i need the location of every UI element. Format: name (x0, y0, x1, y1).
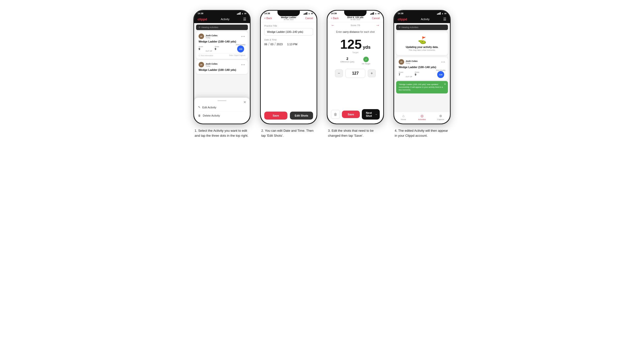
phone-2-column: 14:38 ▲ 38 < Back (259, 10, 318, 138)
prev-shot-arrow[interactable]: ← (331, 23, 335, 28)
notch-2 (278, 11, 300, 16)
bottom-sheet: ✕ ✎ Edit Activity 🗑 Delete Activity (194, 98, 250, 124)
edit-activity-item[interactable]: ✎ Edit Activity (198, 103, 246, 112)
delete-activity-item[interactable]: 🗑 Delete Activity (198, 112, 246, 120)
shot-quality-badge-1: 130 (237, 45, 244, 52)
user-name-1: Josh Coles (206, 34, 218, 37)
activity-card-1[interactable]: JC Josh Coles Today ••• Wedge Ladder (10… (196, 31, 248, 59)
signal-icon-3 (370, 12, 374, 15)
user-info-4: JC Josh Coles Today (399, 59, 418, 65)
nav-subtitle-2: 06 Mar 2023 (281, 19, 296, 20)
card-title-1: Wedge Ladder (100–140 yds) (198, 40, 245, 43)
activity-card-2[interactable]: JC Josh Coles Today ••• Wedge Ladder (10… (196, 60, 248, 74)
card-title-2: Wedge Ladder (100–140 yds) (198, 68, 245, 71)
save-button-2[interactable]: Save (264, 112, 288, 120)
shot-value-input-3[interactable]: 127 (346, 69, 365, 78)
difference-metric: 2 Difference (yds) (340, 57, 354, 65)
trash-icon: 🗑 (198, 114, 201, 117)
updating-subtitle-4: This may take a few moments. (399, 49, 446, 51)
out-of-1: OUT OF (206, 50, 212, 52)
card-footer-1: ⓘ Test Information Data: Clippd Capture (198, 53, 245, 57)
delete-shot-button-3[interactable]: 🗑 (331, 110, 340, 119)
time-2-field[interactable]: 1:13 PM (287, 43, 297, 46)
viewing-bar-4: ⟳ Viewing Activities (396, 25, 448, 30)
score-stat-1: Score 9 (198, 46, 203, 50)
three-dots-2[interactable]: ••• (241, 63, 245, 66)
three-dots-4[interactable]: ••• (441, 61, 446, 63)
year-2[interactable]: 2023 (276, 43, 282, 46)
time-3: 14:39 (331, 12, 337, 15)
header-title-1: Activity (221, 18, 230, 21)
caption-3: 3. Edit the shots that need to be change… (328, 128, 383, 138)
avatar-4: JC (399, 59, 404, 65)
month-2[interactable]: 03 (270, 43, 274, 46)
distance-unit-3: yds (363, 45, 370, 50)
menu-icon-1[interactable]: ☰ (243, 17, 246, 21)
nav-home-4[interactable]: ⌂ Home (394, 114, 413, 121)
caption-1: 1. Select the Activity you want to edit … (194, 128, 249, 138)
three-dots-1[interactable]: ••• (241, 35, 245, 38)
success-toast-4: "Wedge Ladder (100–140 yds)" was updated… (396, 81, 448, 93)
practice-input-2[interactable] (264, 28, 313, 35)
sheet-close-button[interactable]: ✕ (243, 100, 246, 104)
home-label-4: Home (401, 118, 406, 121)
wifi-icon-2: ▲ (308, 12, 310, 15)
wifi-icon-1: ▲ (242, 12, 243, 15)
p2-nav: < Back Wedge Ladder 06 Mar 2023 Cancel (261, 15, 316, 22)
p4-bottom-nav: ⌂ Home ◎ Activities ⊕ Capture (394, 112, 450, 124)
card-header-4: JC Josh Coles Today ••• (399, 59, 446, 65)
cancel-button-2[interactable]: Cancel (305, 17, 313, 20)
logo-4: clippd (398, 17, 407, 21)
nav-activities-4[interactable]: ◎ Activities (413, 114, 432, 121)
nav-capture-4[interactable]: ⊕ Capture (431, 114, 450, 121)
edit-icon: ✎ (198, 106, 200, 109)
next-shot-arrow-top[interactable]: → (376, 23, 380, 28)
shots-stat-1: Shots 9 (215, 46, 219, 50)
phone-1-column: 14:38 ▲ 38 clippd Act (192, 10, 252, 138)
edit-shots-button-2[interactable]: Edit Shots (290, 112, 313, 120)
toast-text-4: "Wedge Ladder (100–140 yds)" was updated… (399, 83, 443, 91)
date-label-2: Date & Time (264, 38, 313, 41)
capture-icon-4: ⊕ (439, 114, 442, 118)
back-button-2[interactable]: < Back (264, 17, 272, 20)
day-2[interactable]: 06 (264, 43, 267, 46)
viewing-bar-1: ⟳ Viewing Activities (196, 25, 248, 30)
activity-card-4[interactable]: JC Josh Coles Today ••• Wedge Ladder (10… (396, 57, 448, 80)
toast-close-button-4[interactable]: ✕ (444, 83, 446, 86)
form-section-2: Practice Title Date & Time 06 / 03 / 202… (261, 22, 316, 49)
p4-header: clippd Activity ☰ (394, 15, 450, 23)
minus-button-3[interactable]: − (335, 69, 343, 77)
user-date-1: Today (206, 37, 218, 38)
back-button-3[interactable]: < Back (331, 17, 339, 20)
practice-label-2: Practice Title (264, 25, 313, 27)
time-1: 14:38 (198, 12, 203, 15)
shot-info-3: Shot 6, 125 yds (347, 16, 364, 19)
notch-4 (411, 11, 433, 16)
nav-center-3: Shot 6, 125 yds 06 Mar 2023 (347, 16, 364, 20)
target-label-3: Target (328, 51, 383, 54)
menu-icon-4[interactable]: ☰ (443, 17, 446, 21)
sheet-handle (218, 100, 226, 101)
user-name-2: Josh Coles (206, 63, 218, 65)
p3-instruction: Enter carry distance for each shot (328, 29, 383, 35)
difference-label-3: Difference (yds) (340, 61, 354, 63)
plus-button-3[interactable]: + (368, 69, 376, 77)
hit-target-metric: ✓ Hit Target (362, 57, 370, 65)
cancel-button-3[interactable]: Cancel (372, 17, 380, 20)
time-4: 14:38 (398, 12, 403, 15)
datetime-row-2: 06 / 03 / 2023 1:13 PM (264, 42, 313, 46)
logo-1: clippd (198, 17, 207, 21)
user-info-2: JC Josh Coles Today (198, 62, 218, 67)
shots-stat-4: Shots 9 (415, 71, 419, 76)
save-button-3[interactable]: Save (342, 111, 360, 118)
phones-row: 14:38 ▲ 38 clippd Act (192, 10, 452, 138)
phone-4-column: 14:38 ▲ 38 clippd Act (392, 10, 452, 138)
avatar-1: JC (198, 33, 204, 39)
wifi-icon-3: ▲ (375, 12, 377, 15)
signal-icon-1 (237, 12, 241, 15)
card-stats-4: Score 7 OUT OF Shots 9 Shot Quality 118 (399, 69, 446, 78)
shot-nav-row: ← Score 7/9 → (328, 22, 383, 29)
p3-distance-display: 125 yds Target (328, 35, 383, 55)
next-shot-button-3[interactable]: Next Shot → (362, 109, 380, 120)
p1-header: clippd Activity ☰ (194, 15, 250, 23)
